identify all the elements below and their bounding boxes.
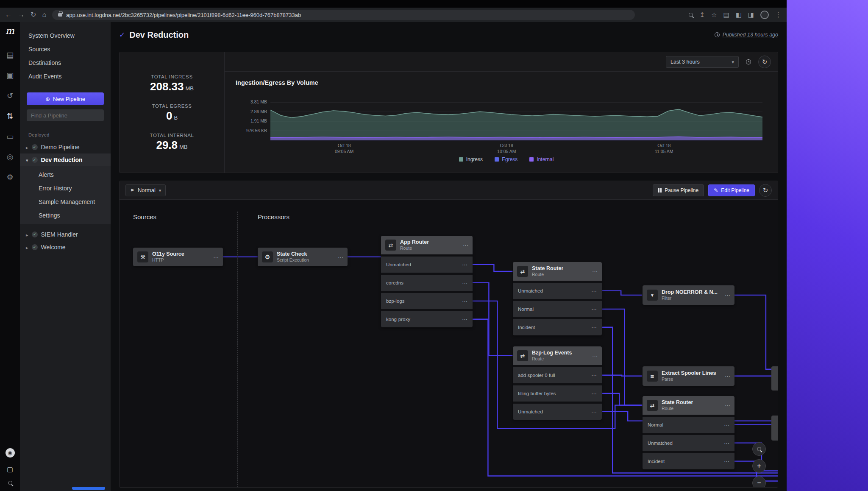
time-range-select[interactable]: Last 3 hours [666,56,739,68]
new-pipeline-button[interactable]: New Pipeline [27,92,104,105]
profile-emblem-icon[interactable]: ◉ [6,448,15,458]
monitor-icon[interactable]: ▭ [6,133,14,140]
row-menu-icon[interactable] [724,440,729,446]
route-row[interactable]: kong-proxy [381,311,473,327]
row-menu-icon[interactable] [591,288,597,294]
edge-node-partial[interactable] [771,366,778,391]
row-menu-icon[interactable] [462,280,467,286]
sidebar-item-settings[interactable]: Settings [20,209,111,222]
chevron-down-icon[interactable] [26,156,28,163]
route-row[interactable]: Unmatched [513,404,602,420]
node-drop-noerror[interactable]: Drop NOERROR & N... Filter [643,285,734,305]
home-icon[interactable]: ⌂ [42,11,46,18]
sidebar-item-error-history[interactable]: Error History [20,181,111,195]
legend-egress[interactable]: Egress [495,156,517,162]
chevron-right-icon[interactable] [26,144,28,151]
node-extract-spooler-lines[interactable]: Extract Spooler Lines Parse [643,366,734,386]
search-icon[interactable] [689,13,693,17]
settings-gear-icon[interactable]: ⚙ [6,173,13,181]
reload-icon[interactable]: ↻ [31,11,36,18]
route-row[interactable]: Unmatched [513,283,602,299]
node-menu-icon[interactable] [213,253,219,261]
route-row[interactable]: Normal [513,301,602,317]
bookmark-star-icon[interactable]: ☆ [711,11,717,19]
back-icon[interactable]: ← [5,11,12,18]
rail-search-icon[interactable] [8,481,12,485]
row-menu-icon[interactable] [724,458,729,465]
legend-ingress[interactable]: Ingress [459,156,483,162]
row-menu-icon[interactable] [591,391,597,397]
edge-node-partial[interactable] [771,416,778,441]
route-row[interactable]: bzp-logs [381,293,473,309]
pipeline-item-welcome[interactable]: Welcome [20,241,111,254]
row-menu-icon[interactable] [462,298,467,304]
pause-pipeline-button[interactable]: Pause Pipeline [653,184,704,196]
node-header[interactable]: State Router Route [513,262,602,281]
route-row[interactable]: coredns [381,275,473,291]
node-header[interactable]: State Router Route [643,396,734,415]
share-icon[interactable]: ↥ [699,11,705,19]
node-menu-icon[interactable] [338,253,343,261]
edit-pipeline-button[interactable]: Edit Pipeline [708,184,755,196]
zoom-in-button[interactable] [752,459,766,473]
chart-refresh-button[interactable] [758,56,771,68]
mezmo-logo[interactable]: m [6,25,14,36]
row-menu-icon[interactable] [724,422,729,428]
route-row[interactable]: Incident [643,453,734,469]
sources-icon[interactable]: ▣ [6,72,14,79]
mode-select[interactable]: Normal [125,184,166,196]
dashboard-icon[interactable]: ◎ [7,153,14,161]
history-icon[interactable]: ↺ [7,92,13,100]
published-link[interactable]: Published 13 hours ago [715,32,778,38]
pipelines-icon[interactable]: ⇅ [7,112,13,120]
node-menu-icon[interactable] [725,372,730,380]
reading-list-icon[interactable]: ▤ [723,11,729,19]
sidebar-item-destinations[interactable]: Destinations [20,56,111,70]
zoom-out-button[interactable] [752,476,766,487]
node-header[interactable]: Bzp-Log Events Route [513,346,602,365]
forward-icon[interactable]: → [18,11,25,18]
node-app-router[interactable]: App Router Route Unmatched coredns bzp-l… [381,236,473,327]
row-menu-icon[interactable] [591,409,597,415]
pipeline-refresh-button[interactable] [759,184,772,197]
row-menu-icon[interactable] [591,306,597,312]
sidebar-item-audit-events[interactable]: Audit Events [20,70,111,83]
schedule-clock-icon[interactable] [743,56,754,67]
zoom-search-button[interactable] [752,442,766,456]
row-menu-icon[interactable] [591,324,597,331]
row-menu-icon[interactable] [591,372,597,379]
node-bzp-log-events[interactable]: Bzp-Log Events Route add spooler 0 full … [513,346,602,420]
node-header[interactable]: App Router Route [381,236,473,254]
chevron-right-icon[interactable] [26,231,28,238]
route-row[interactable]: Incident [513,319,602,335]
chevron-right-icon[interactable] [26,244,28,251]
legend-internal[interactable]: Internal [529,156,554,162]
pipeline-item-siem-handler[interactable]: SIEM Handler [20,228,111,241]
route-row[interactable]: Unmatched [381,257,473,273]
profile-avatar[interactable] [760,11,769,19]
menu-kebab-icon[interactable]: ⋮ [775,11,782,19]
node-menu-icon[interactable] [463,241,468,249]
route-row[interactable]: add spooler 0 full [513,367,602,383]
node-state-check[interactable]: State Check Script Execution [258,248,348,266]
sidebar-item-system-overview[interactable]: System Overview [20,29,111,42]
route-row[interactable]: Unmatched [643,435,734,451]
extensions-icon[interactable]: ◧ [736,11,742,19]
node-state-router-2[interactable]: State Router Route Normal Unmatched Inci… [643,396,734,469]
kiosk-icon[interactable]: ▢ [7,465,13,473]
row-menu-icon[interactable] [462,262,467,268]
sidebar-item-alerts[interactable]: Alerts [20,168,111,181]
pipeline-item-dev-reduction[interactable]: Dev Reduction [20,153,111,166]
sidebar-item-sources[interactable]: Sources [20,42,111,56]
sidebar-item-sample-management[interactable]: Sample Management [20,195,111,209]
url-bar[interactable]: app.use.int.logdna.net/2bc3265732/pipeli… [52,10,635,20]
node-o11y-source[interactable]: O11y Source HTTP [133,248,223,266]
node-menu-icon[interactable] [592,352,598,360]
node-menu-icon[interactable] [725,402,730,409]
route-row[interactable]: Normal [643,417,734,433]
pipeline-canvas[interactable]: Sources Processors O11y Source HTTP [120,200,778,487]
route-row[interactable]: filling buffer bytes [513,385,602,402]
pipeline-item-demo[interactable]: Demo Pipeline [20,141,111,153]
node-menu-icon[interactable] [592,268,598,275]
overview-icon[interactable]: ▤ [6,51,14,59]
